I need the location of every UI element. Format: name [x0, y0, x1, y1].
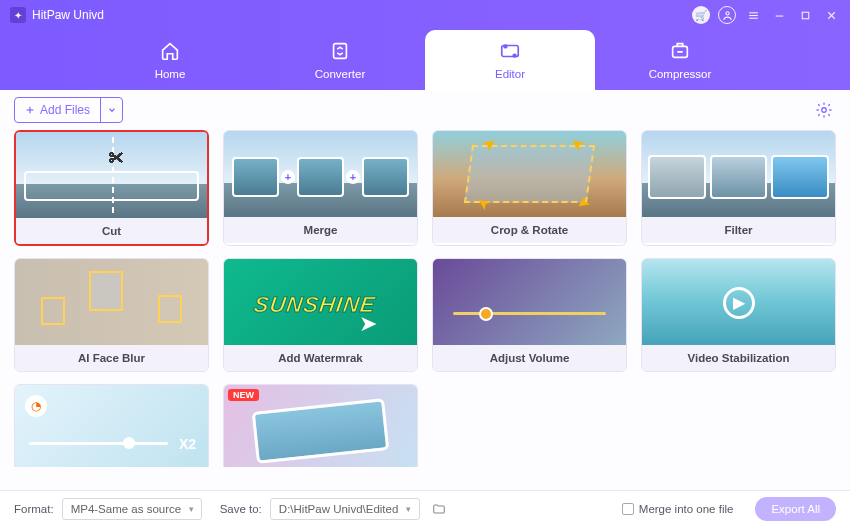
chevron-down-icon: ▾	[406, 504, 411, 514]
tile-cut[interactable]: ✀ Cut	[14, 130, 209, 246]
speedometer-icon: ◔	[25, 395, 47, 417]
merge-label: Merge into one file	[639, 503, 734, 515]
tab-label: Home	[155, 68, 186, 80]
save-path-select[interactable]: D:\HitPaw Univd\Edited ▾	[270, 498, 420, 520]
tab-home[interactable]: Home	[85, 30, 255, 90]
tab-converter[interactable]: Converter	[255, 30, 425, 90]
tile-label: Crop & Rotate	[433, 217, 626, 243]
tile-merge[interactable]: + + Merge	[223, 130, 418, 246]
tile-label: AI Face Blur	[15, 345, 208, 371]
save-path-value: D:\HitPaw Univd\Edited	[279, 503, 399, 515]
converter-icon	[329, 40, 351, 65]
merge-into-one-checkbox[interactable]: Merge into one file	[622, 503, 734, 515]
export-label: Export All	[771, 503, 820, 515]
speed-value: X2	[179, 436, 196, 452]
tile-add-watermark[interactable]: SUNSHINE ➤ Add Watermrak	[223, 258, 418, 372]
tile-label: Add Watermrak	[224, 345, 417, 371]
account-button[interactable]	[714, 2, 740, 28]
add-files-button[interactable]: Add Files	[14, 97, 123, 123]
tile-filter[interactable]: Filter	[641, 130, 836, 246]
tab-label: Editor	[495, 68, 525, 80]
plus-icon	[25, 105, 35, 115]
tile-video-stabilization[interactable]: ▶ Video Stabilization	[641, 258, 836, 372]
tile-label: Filter	[642, 217, 835, 243]
chevron-down-icon: ▾	[189, 504, 194, 514]
svg-point-0	[725, 11, 728, 14]
play-icon: ▶	[723, 287, 755, 319]
svg-point-15	[822, 108, 827, 113]
close-button[interactable]	[818, 2, 844, 28]
new-badge: NEW	[228, 389, 259, 401]
shop-button[interactable]: 🛒	[688, 2, 714, 28]
tile-label: Cut	[16, 218, 207, 244]
home-icon	[159, 40, 181, 65]
cursor-icon: ➤	[359, 311, 377, 337]
tile-speed[interactable]: ◔ X2	[14, 384, 209, 467]
app-title: HitPaw Univd	[32, 8, 104, 22]
open-folder-button[interactable]	[428, 498, 450, 520]
gear-icon	[815, 101, 833, 119]
svg-point-10	[504, 45, 507, 48]
add-files-label: Add Files	[40, 103, 90, 117]
scissors-icon: ✀	[108, 150, 124, 168]
tile-new-feature[interactable]: NEW	[223, 384, 418, 467]
chevron-down-icon	[107, 105, 117, 115]
tile-label: Adjust Volume	[433, 345, 626, 371]
minimize-button[interactable]	[766, 2, 792, 28]
tile-crop-rotate[interactable]: ➤ ➤ ➤ ➤ Crop & Rotate	[432, 130, 627, 246]
compressor-icon	[669, 40, 691, 65]
menu-button[interactable]	[740, 2, 766, 28]
main-tabbar: Home Converter Editor Compressor	[0, 30, 850, 90]
tab-label: Converter	[315, 68, 366, 80]
format-label: Format:	[14, 503, 54, 515]
tile-adjust-volume[interactable]: Adjust Volume	[432, 258, 627, 372]
checkbox-icon	[622, 503, 634, 515]
tile-label: Video Stabilization	[642, 345, 835, 371]
footer-bar: Format: MP4-Same as source ▾ Save to: D:…	[0, 490, 850, 526]
editor-icon	[499, 40, 521, 65]
editor-tile-grid: ✀ Cut + + Merge ➤ ➤ ➤ ➤	[0, 130, 850, 490]
export-all-button[interactable]: Export All	[755, 497, 836, 521]
save-to-label: Save to:	[220, 503, 262, 515]
tile-label: Merge	[224, 217, 417, 243]
editor-toolbar: Add Files	[0, 90, 850, 130]
app-icon: ✦	[10, 7, 26, 23]
tile-ai-face-blur[interactable]: AI Face Blur	[14, 258, 209, 372]
tab-editor[interactable]: Editor	[425, 30, 595, 90]
svg-point-11	[513, 54, 516, 57]
folder-icon	[432, 502, 446, 516]
settings-button[interactable]	[812, 98, 836, 122]
format-select[interactable]: MP4-Same as source ▾	[62, 498, 202, 520]
maximize-button[interactable]	[792, 2, 818, 28]
titlebar: ✦ HitPaw Univd 🛒	[0, 0, 850, 30]
tab-label: Compressor	[649, 68, 712, 80]
format-value: MP4-Same as source	[71, 503, 182, 515]
svg-rect-8	[334, 44, 347, 59]
tab-compressor[interactable]: Compressor	[595, 30, 765, 90]
svg-rect-5	[802, 12, 809, 19]
add-files-dropdown[interactable]	[100, 98, 122, 122]
